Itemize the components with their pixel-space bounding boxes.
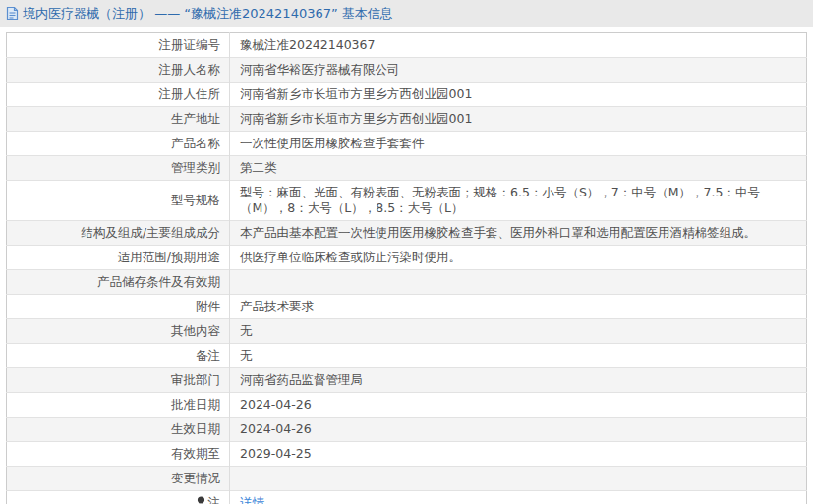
row-label: 附件: [7, 295, 230, 319]
row-value: 一次性使用医用橡胶检查手套套件: [230, 132, 807, 156]
row-label: 型号规格: [7, 181, 230, 221]
row-value: 第二类: [230, 156, 807, 181]
table-row: 审批部门 河南省药品监督管理局: [7, 368, 807, 393]
table-row: 备注 无: [7, 344, 807, 368]
table-row: 注册人住所 河南省新乡市长垣市方里乡方西创业园001: [7, 83, 807, 107]
row-label: 其他内容: [7, 319, 230, 344]
row-label: 注册人名称: [7, 58, 230, 83]
table-row: 注册证编号 豫械注准20242140367: [7, 33, 807, 58]
row-value: [230, 467, 807, 491]
row-value: 无: [230, 344, 807, 368]
row-value: 2024-04-26: [230, 418, 807, 442]
row-label: 备注: [7, 344, 230, 368]
row-label: 变更情况: [7, 467, 230, 491]
row-label: 批准日期: [7, 393, 230, 418]
details-link[interactable]: 详情: [240, 495, 264, 504]
row-label: 产品名称: [7, 132, 230, 156]
row-value: 河南省药品监督管理局: [230, 368, 807, 393]
row-label: 适用范围/预期用途: [7, 246, 230, 270]
row-label: 生产地址: [7, 107, 230, 132]
table-row: 生产地址 河南省新乡市长垣市方里乡方西创业园001: [7, 107, 807, 132]
row-value: 供医疗单位临床检查或防止污染时使用。: [230, 246, 807, 270]
row-label: 产品储存条件及有效期: [7, 270, 230, 295]
row-value: 无: [230, 319, 807, 344]
row-value: [230, 270, 807, 295]
table-row: 有效期至 2029-04-25: [7, 442, 807, 467]
row-value: 2029-04-25: [230, 442, 807, 467]
table-row: 适用范围/预期用途 供医疗单位临床检查或防止污染时使用。: [7, 246, 807, 270]
table-row: 产品名称 一次性使用医用橡胶检查手套套件: [7, 132, 807, 156]
table-row: 管理类别 第二类: [7, 156, 807, 181]
row-label: 有效期至: [7, 442, 230, 467]
registration-info-table: 注册证编号 豫械注准20242140367 注册人名称 河南省华裕医疗器械有限公…: [6, 32, 807, 504]
row-label: 注: [7, 491, 230, 504]
table-row: 注册人名称 河南省华裕医疗器械有限公司: [7, 58, 807, 83]
row-label: 生效日期: [7, 418, 230, 442]
table-row: 其他内容 无: [7, 319, 807, 344]
row-value: 本产品由基本配置一次性使用医用橡胶检查手套、医用外科口罩和选用配置医用酒精棉签组…: [230, 221, 807, 246]
table-row: 生效日期 2024-04-26: [7, 418, 807, 442]
row-value: 型号：麻面、光面、有粉表面、无粉表面；规格：6.5：小号（S），7：中号（M），…: [230, 181, 807, 221]
row-label: 管理类别: [7, 156, 230, 181]
row-value: 产品技术要求: [230, 295, 807, 319]
table-row: 产品储存条件及有效期: [7, 270, 807, 295]
row-value: 河南省华裕医疗器械有限公司: [230, 58, 807, 83]
row-value: 豫械注准20242140367: [230, 33, 807, 58]
table-row: 附件 产品技术要求: [7, 295, 807, 319]
row-label: 审批部门: [7, 368, 230, 393]
row-value: 详情: [230, 491, 807, 504]
row-value: 河南省新乡市长垣市方里乡方西创业园001: [230, 83, 807, 107]
lightbulb-icon: [196, 496, 206, 504]
table-row: 结构及组成/主要组成成分 本产品由基本配置一次性使用医用橡胶检查手套、医用外科口…: [7, 221, 807, 246]
table-row: 型号规格 型号：麻面、光面、有粉表面、无粉表面；规格：6.5：小号（S），7：中…: [7, 181, 807, 221]
row-label: 注册人住所: [7, 83, 230, 107]
row-label: 注册证编号: [7, 33, 230, 58]
document-icon: [6, 6, 19, 21]
table-row: 批准日期 2024-04-26: [7, 393, 807, 418]
table-row: 变更情况: [7, 467, 807, 491]
note-label: 注: [208, 495, 221, 504]
row-value: 河南省新乡市长垣市方里乡方西创业园001: [230, 107, 807, 132]
table-row-note: 注 详情: [7, 491, 807, 504]
page-header: 境内医疗器械（注册） —— “豫械注准20242140367” 基本信息: [0, 0, 813, 27]
row-value: 2024-04-26: [230, 393, 807, 418]
page-title: 境内医疗器械（注册） —— “豫械注准20242140367” 基本信息: [23, 0, 393, 27]
row-label: 结构及组成/主要组成成分: [7, 221, 230, 246]
